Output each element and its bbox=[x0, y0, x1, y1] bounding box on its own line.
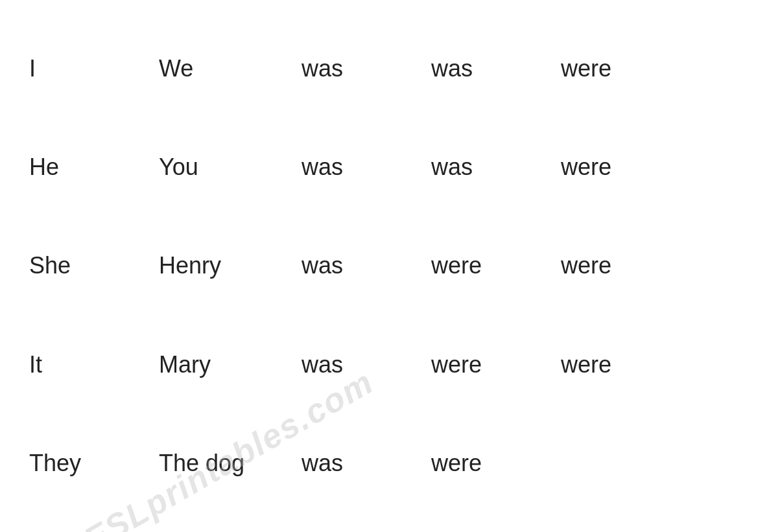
cell-r3-c3: were bbox=[428, 345, 558, 385]
cell-r2-c0: She bbox=[26, 246, 156, 286]
cell-r4-c2: was bbox=[298, 443, 428, 483]
cell-r2-c4: were bbox=[558, 246, 674, 286]
cell-r3-c0: It bbox=[26, 345, 156, 385]
cell-r2-c1: Henry bbox=[156, 246, 298, 286]
cell-r1-c1: You bbox=[156, 147, 298, 187]
cell-r0-c2: was bbox=[298, 49, 428, 89]
cell-r1-c2: was bbox=[298, 147, 428, 187]
cell-r3-c1: Mary bbox=[156, 345, 298, 385]
cell-r0-c1: We bbox=[156, 49, 298, 89]
cell-r0-c3: was bbox=[428, 49, 558, 89]
cell-r3-c4: were bbox=[558, 345, 674, 385]
cell-r1-c3: was bbox=[428, 147, 558, 187]
cell-r0-c4: were bbox=[558, 49, 674, 89]
cell-r3-c2: was bbox=[298, 345, 428, 385]
cell-r1-c4: were bbox=[558, 147, 674, 187]
cell-r1-c0: He bbox=[26, 147, 156, 187]
cell-r4-c0: They bbox=[26, 443, 156, 483]
cell-r0-c0: I bbox=[26, 49, 156, 89]
cell-r4-c4 bbox=[558, 457, 674, 470]
cell-r4-c3: were bbox=[428, 443, 558, 483]
cell-r2-c3: were bbox=[428, 246, 558, 286]
word-grid: IWewaswaswereHeYouwaswaswereSheHenrywasw… bbox=[26, 19, 732, 513]
cell-r4-c1: The dog bbox=[156, 443, 298, 483]
cell-r2-c2: was bbox=[298, 246, 428, 286]
